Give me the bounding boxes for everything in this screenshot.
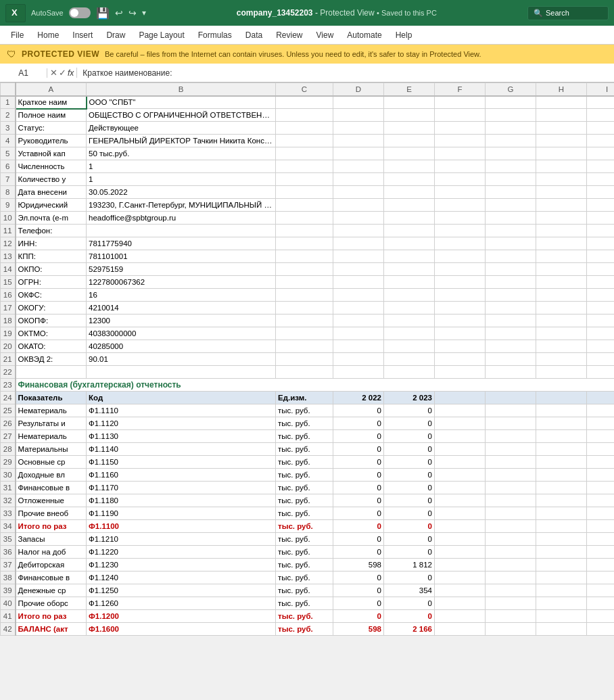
data-cell-f[interactable] (435, 597, 486, 610)
data-cell-e[interactable] (384, 340, 435, 353)
data-cell-b[interactable]: Ф1.1220 (87, 546, 276, 559)
data-cell-f[interactable] (435, 482, 486, 494)
data-cell-h[interactable] (536, 559, 587, 571)
confirm-formula-icon[interactable]: ✓ (59, 68, 66, 78)
data-cell-g[interactable] (486, 327, 536, 340)
data-cell-d[interactable] (333, 147, 384, 160)
redo-icon[interactable]: ↪ (128, 7, 137, 18)
data-cell-d[interactable]: 0 (333, 430, 384, 443)
data-cell-d[interactable] (333, 225, 384, 237)
col-header-a[interactable]: A (16, 83, 87, 96)
data-cell-f[interactable] (435, 109, 486, 122)
data-cell-e[interactable]: 0 (384, 469, 435, 482)
data-cell-d[interactable] (333, 212, 384, 225)
data-cell-g[interactable] (486, 186, 536, 199)
data-cell-h[interactable] (536, 353, 587, 366)
data-cell-i[interactable] (587, 430, 615, 443)
data-cell-a[interactable]: Юридический (16, 199, 87, 212)
data-cell-d[interactable] (333, 327, 384, 340)
data-cell-g[interactable] (486, 96, 536, 109)
data-cell-e[interactable]: 2 166 (384, 623, 435, 636)
data-cell-b[interactable]: 1227800067362 (87, 276, 276, 289)
data-cell-h[interactable] (536, 456, 587, 469)
data-cell-h[interactable] (536, 276, 587, 289)
data-cell-d[interactable] (333, 122, 384, 135)
data-cell-d[interactable] (333, 186, 384, 199)
data-cell-c[interactable]: тыс. руб. (276, 482, 333, 494)
data-cell-h[interactable] (536, 584, 587, 597)
data-cell-b[interactable]: 12300 (87, 314, 276, 327)
data-cell-a[interactable]: Полное наим (16, 109, 87, 122)
data-cell-i[interactable] (587, 340, 615, 353)
data-cell-b[interactable]: Ф1.1180 (87, 494, 276, 507)
data-cell-g[interactable] (486, 520, 536, 533)
data-cell-f[interactable] (435, 212, 486, 225)
data-cell-d[interactable]: 0 (333, 494, 384, 507)
data-cell-b[interactable]: 40285000 (87, 340, 276, 353)
col-header-h[interactable]: H (536, 83, 587, 96)
data-cell-g[interactable] (486, 366, 536, 379)
data-cell-e[interactable] (384, 135, 435, 147)
data-cell-f[interactable] (435, 546, 486, 559)
data-cell-f[interactable] (435, 623, 486, 636)
col-header-g[interactable]: G (486, 83, 536, 96)
data-cell-e[interactable]: 0 (384, 404, 435, 417)
data-cell-f[interactable] (435, 520, 486, 533)
data-cell-d[interactable] (333, 276, 384, 289)
data-cell-g[interactable] (486, 546, 536, 559)
data-cell-c[interactable]: тыс. руб. (276, 443, 333, 456)
data-cell-h[interactable] (536, 250, 587, 263)
data-cell-b[interactable]: Ф1.1260 (87, 597, 276, 610)
data-cell-b[interactable]: Ф1.1190 (87, 507, 276, 520)
data-cell-b[interactable]: ООО "СПБТ" (87, 96, 276, 109)
data-cell-i[interactable] (587, 404, 615, 417)
data-cell-a[interactable]: Уставной кап (16, 147, 87, 160)
data-cell-f[interactable] (435, 186, 486, 199)
data-cell-f[interactable] (435, 456, 486, 469)
data-cell-e[interactable] (384, 186, 435, 199)
data-cell-i[interactable] (587, 469, 615, 482)
data-cell-i[interactable] (587, 173, 615, 186)
cell-reference[interactable]: A1 (0, 68, 47, 78)
data-cell-f[interactable] (435, 147, 486, 160)
data-cell-b[interactable]: Ф1.1150 (87, 456, 276, 469)
data-cell-c[interactable]: тыс. руб. (276, 597, 333, 610)
ribbon-page-layout[interactable]: Page Layout (133, 28, 189, 43)
data-cell-a[interactable]: ИНН: (16, 237, 87, 250)
data-cell-a[interactable]: Дебиторская (16, 559, 87, 571)
data-cell-b[interactable]: 1 (87, 173, 276, 186)
data-cell-d[interactable]: 0 (333, 597, 384, 610)
data-cell-i[interactable] (587, 353, 615, 366)
data-cell-g[interactable] (486, 199, 536, 212)
col-header-i[interactable]: I (587, 83, 615, 96)
data-cell-i[interactable] (587, 417, 615, 430)
data-cell-i[interactable] (587, 494, 615, 507)
data-cell-a[interactable]: Материальны (16, 443, 87, 456)
data-cell-e[interactable] (384, 173, 435, 186)
header-cell-f[interactable] (435, 392, 486, 404)
data-cell-c[interactable] (276, 327, 333, 340)
data-cell-g[interactable] (486, 122, 536, 135)
data-cell-f[interactable] (435, 314, 486, 327)
header-cell-a[interactable]: Показатель (16, 392, 87, 404)
data-cell-g[interactable] (486, 584, 536, 597)
data-cell-c[interactable]: тыс. руб. (276, 584, 333, 597)
customize-icon[interactable]: ▾ (142, 8, 146, 18)
ribbon-view[interactable]: View (311, 28, 339, 43)
data-cell-c[interactable] (276, 160, 333, 173)
data-cell-a[interactable]: Количество у (16, 173, 87, 186)
ribbon-home[interactable]: Home (32, 28, 64, 43)
data-cell-e[interactable] (384, 250, 435, 263)
data-cell-d[interactable]: 0 (333, 482, 384, 494)
header-cell-b[interactable]: Код (87, 392, 276, 404)
data-cell-c[interactable]: тыс. руб. (276, 456, 333, 469)
data-cell-c[interactable] (276, 173, 333, 186)
ribbon-draw[interactable]: Draw (101, 28, 131, 43)
data-cell-f[interactable] (435, 469, 486, 482)
data-cell-e[interactable] (384, 160, 435, 173)
data-cell-e[interactable] (384, 263, 435, 276)
data-cell-e[interactable]: 354 (384, 584, 435, 597)
data-cell-i[interactable] (587, 122, 615, 135)
data-cell-h[interactable] (536, 314, 587, 327)
data-cell-a[interactable]: Налог на доб (16, 546, 87, 559)
